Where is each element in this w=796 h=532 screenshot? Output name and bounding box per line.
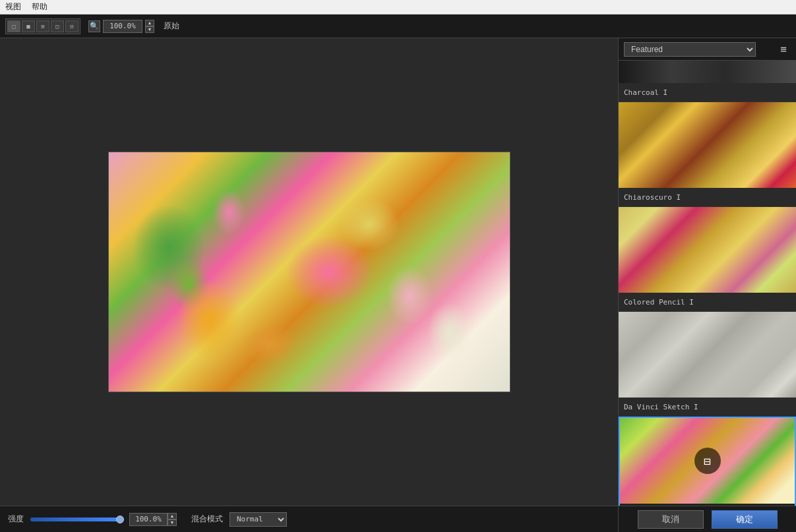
intensity-label: 强度	[8, 514, 24, 525]
menu-help[interactable]: 帮助	[32, 1, 47, 13]
canvas-image	[108, 152, 510, 392]
confirm-button[interactable]: 确定	[712, 510, 778, 529]
canvas-area	[0, 38, 618, 506]
main-layout: Featured All Recent ≡ Charcoal I Chiaros…	[0, 38, 796, 506]
tool-btn-4[interactable]: ◫	[51, 20, 64, 32]
cancel-button[interactable]: 取消	[638, 510, 704, 529]
preset-colored-pencil-name: Colored Pencil I	[624, 298, 791, 307]
action-buttons: 取消 确定	[618, 506, 796, 532]
zoom-icon[interactable]: 🔍	[88, 20, 100, 32]
zoom-down[interactable]: ▼	[145, 26, 154, 33]
bottom-row: 强度 ▲ ▼ 混合模式 Normal Multiply Screen Overl…	[0, 506, 796, 532]
tool-btn-1[interactable]: □	[7, 20, 20, 32]
preset-impasto-thumb-container: ⊟	[620, 418, 795, 504]
preset-davinci-bar: Da Vinci Sketch I	[619, 398, 796, 416]
blend-mode-label: 混合模式	[191, 514, 223, 525]
panel-settings-icon[interactable]: ≡	[776, 42, 791, 57]
intensity-input-group: ▲ ▼	[129, 513, 177, 526]
preset-colored-pencil-bar: Colored Pencil I	[619, 293, 796, 311]
intensity-down[interactable]: ▼	[168, 519, 177, 526]
preset-chiaroscuro-thumb	[619, 102, 796, 188]
right-panel: Featured All Recent ≡ Charcoal I Chiaros…	[618, 38, 796, 506]
tool-btn-2[interactable]: ■	[22, 20, 35, 32]
panel-dropdown[interactable]: Featured All Recent	[624, 42, 756, 57]
preset-chiaroscuro-bar: Chiaroscuro I	[619, 188, 796, 206]
menu-bar: 视图 帮助	[0, 0, 796, 15]
preset-davinci-thumb	[619, 312, 796, 398]
origin-label: 原始	[164, 20, 179, 32]
intensity-up[interactable]: ▲	[168, 513, 177, 519]
preset-charcoal-name: Charcoal I	[624, 88, 791, 97]
preset-colored-pencil-thumb	[619, 207, 796, 293]
preset-charcoal[interactable]: Charcoal I	[619, 61, 796, 102]
panel-header: Featured All Recent ≡	[619, 38, 796, 61]
preset-charcoal-thumb	[619, 61, 796, 83]
tool-btn-3[interactable]: ⊞	[36, 20, 49, 32]
preset-impasto-bar: Impasto I 🗑	[620, 504, 795, 506]
intensity-input[interactable]	[129, 513, 168, 526]
tool-btn-5[interactable]: ⊟	[65, 20, 78, 32]
bottom-left: 强度 ▲ ▼ 混合模式 Normal Multiply Screen Overl…	[0, 506, 618, 532]
zoom-stepper: ▲ ▼	[145, 20, 154, 33]
blend-mode-select[interactable]: Normal Multiply Screen Overlay	[230, 512, 287, 527]
preset-chiaroscuro-name: Chiaroscuro I	[624, 193, 791, 202]
menu-view[interactable]: 视图	[5, 1, 21, 13]
zoom-up[interactable]: ▲	[145, 20, 154, 26]
intensity-slider-thumb	[116, 516, 124, 523]
zoom-input[interactable]	[103, 20, 142, 33]
preset-impasto[interactable]: ⊟ Impasto I 🗑	[619, 417, 796, 506]
intensity-slider[interactable]	[30, 517, 123, 521]
presets-list: Charcoal I Chiaroscuro I Colored Pencil …	[619, 61, 796, 506]
preset-charcoal-bar: Charcoal I	[619, 83, 796, 102]
zoom-section: 🔍 ▲ ▼	[88, 20, 154, 33]
preset-davinci[interactable]: Da Vinci Sketch I	[619, 312, 796, 417]
preset-colored-pencil[interactable]: Colored Pencil I	[619, 207, 796, 312]
impasto-sliders-icon: ⊟	[694, 448, 721, 474]
toolbar: □ ■ ⊞ ◫ ⊟ 🔍 ▲ ▼ 原始	[0, 15, 796, 38]
preset-chiaroscuro[interactable]: Chiaroscuro I	[619, 102, 796, 207]
view-mode-group: □ ■ ⊞ ◫ ⊟	[5, 18, 80, 34]
preset-davinci-name: Da Vinci Sketch I	[624, 403, 791, 411]
intensity-stepper: ▲ ▼	[168, 513, 177, 526]
bottom-bar: 强度 ▲ ▼ 混合模式 Normal Multiply Screen Overl…	[0, 506, 618, 532]
